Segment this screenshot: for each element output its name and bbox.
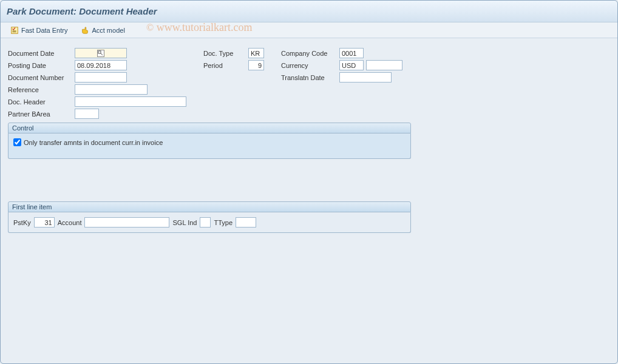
currency-label: Currency bbox=[281, 62, 337, 69]
ttype-label: TType bbox=[214, 219, 233, 226]
acct-model-button[interactable]: Acct model bbox=[77, 25, 128, 36]
form-column-left: Document Date Posting Date Document Numb… bbox=[8, 48, 186, 119]
control-group-header: Control bbox=[8, 123, 411, 133]
translatn-date-field bbox=[339, 72, 392, 83]
search-help-icon[interactable] bbox=[97, 50, 104, 57]
first-line-item-group: First line item PstKy Account SGL Ind TT… bbox=[8, 201, 411, 233]
company-code-label: Company Code bbox=[281, 50, 337, 57]
doc-type-label: Doc. Type bbox=[203, 50, 246, 57]
currency-field[interactable] bbox=[339, 60, 364, 70]
reference-label: Reference bbox=[8, 86, 72, 93]
toolbar: Fast Data Entry Acct model bbox=[1, 22, 617, 38]
period-field[interactable] bbox=[248, 60, 264, 70]
translatn-date-label: Translatn Date bbox=[281, 74, 337, 81]
partner-barea-label: Partner BArea bbox=[8, 110, 72, 118]
title-bar: Park Document: Document Header bbox=[1, 1, 617, 22]
partner-barea-field[interactable] bbox=[75, 109, 99, 119]
doc-type-field[interactable] bbox=[248, 48, 264, 58]
form-columns: Document Date Posting Date Document Numb… bbox=[8, 48, 610, 119]
acct-model-label: Acct model bbox=[92, 27, 124, 34]
account-label: Account bbox=[58, 219, 82, 226]
ttype-field[interactable] bbox=[236, 217, 256, 228]
content-area: Document Date Posting Date Document Numb… bbox=[1, 38, 617, 238]
fast-data-entry-label: Fast Data Entry bbox=[21, 27, 67, 34]
page-title: Park Document: Document Header bbox=[7, 6, 157, 16]
control-group: Control Only transfer amnts in document … bbox=[8, 123, 411, 159]
document-number-field bbox=[75, 72, 127, 83]
account-field[interactable] bbox=[84, 217, 169, 228]
checklist-icon bbox=[10, 26, 19, 35]
posting-date-field[interactable] bbox=[75, 60, 127, 70]
doc-header-label: Doc. Header bbox=[8, 98, 72, 106]
only-transfer-checkbox[interactable] bbox=[13, 138, 21, 146]
document-date-label: Document Date bbox=[8, 50, 72, 57]
first-line-item-header: First line item bbox=[8, 201, 411, 212]
pstky-field[interactable] bbox=[34, 217, 55, 228]
hand-point-icon bbox=[81, 26, 89, 35]
reference-field[interactable] bbox=[75, 84, 148, 95]
sgl-ind-field[interactable] bbox=[200, 217, 211, 228]
document-number-label: Document Number bbox=[8, 74, 72, 81]
only-transfer-label: Only transfer amnts in document curr.in … bbox=[24, 139, 163, 146]
control-group-body: Only transfer amnts in document curr.in … bbox=[8, 133, 411, 159]
form-column-mid: Doc. Type Period bbox=[203, 48, 264, 119]
form-column-right: Company Code Currency Translatn Date bbox=[281, 48, 402, 119]
pstky-label: PstKy bbox=[13, 219, 31, 226]
fast-data-entry-button[interactable]: Fast Data Entry bbox=[7, 25, 71, 36]
first-line-item-body: PstKy Account SGL Ind TType bbox=[8, 212, 411, 233]
posting-date-label: Posting Date bbox=[8, 62, 72, 69]
period-label: Period bbox=[203, 62, 246, 69]
currency-rate-field bbox=[366, 60, 402, 70]
document-date-field[interactable] bbox=[75, 48, 127, 58]
doc-header-field[interactable] bbox=[75, 96, 186, 107]
sgl-ind-label: SGL Ind bbox=[172, 219, 197, 226]
company-code-field[interactable] bbox=[339, 48, 364, 58]
